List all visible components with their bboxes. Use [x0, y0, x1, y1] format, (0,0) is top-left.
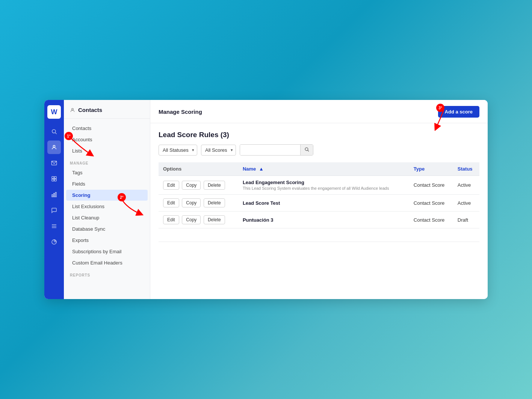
row1-edit-button[interactable]: Edit: [163, 181, 179, 190]
app-container: W: [44, 100, 488, 299]
sidebar-item-exports[interactable]: Exports: [66, 235, 148, 246]
page-title: Manage Scoring: [159, 109, 202, 115]
scores-filter-wrapper: All Scores: [201, 145, 236, 156]
status-filter[interactable]: All Statuses: [159, 145, 197, 156]
row3-copy-button[interactable]: Copy: [182, 215, 201, 224]
sidebar: Contacts Contacts Accounts Lists MANAGE …: [64, 100, 150, 299]
nav-charts-icon[interactable]: [47, 188, 61, 201]
col-status: Status: [453, 162, 479, 176]
sidebar-item-lists[interactable]: Lists: [66, 145, 148, 156]
sidebar-item-database-sync[interactable]: Database Sync: [66, 224, 148, 234]
empty-row: [159, 228, 479, 242]
nav-pages-icon[interactable]: [47, 219, 61, 233]
row3-actions: Edit Copy Delete: [159, 212, 238, 228]
main-content: Manage Scoring Add a score Lead Score Ru…: [150, 100, 488, 299]
col-name: Name ▲: [238, 162, 409, 176]
row1-actions: Edit Copy Delete: [159, 176, 238, 195]
row2-type: Contact Score: [409, 195, 453, 212]
row2-name-cell: Lead Score Test: [238, 195, 409, 212]
row2-actions: Edit Copy Delete: [159, 195, 238, 212]
nav-search-icon[interactable]: [47, 125, 61, 138]
row1-copy-button[interactable]: Copy: [182, 181, 201, 190]
row1-desc: This Lead Scoring System evaluates the e…: [243, 186, 405, 190]
section-title: Lead Score Rules (3): [159, 131, 479, 139]
status-filter-wrapper: All Statuses: [159, 145, 197, 156]
filter-row: All Statuses All Scores: [159, 144, 479, 156]
nav-messages-icon[interactable]: [47, 204, 61, 217]
svg-point-16: [305, 148, 308, 151]
score-table: Options Name ▲ Type Status Edit: [159, 162, 479, 242]
svg-rect-5: [54, 177, 56, 178]
nav-segments-icon[interactable]: [47, 172, 61, 186]
sidebar-item-subscriptions-by-email[interactable]: Subscriptions by Email: [66, 246, 148, 257]
reports-section-label: REPORTS: [64, 269, 150, 279]
row3-edit-button[interactable]: Edit: [163, 215, 179, 224]
row2-copy-button[interactable]: Copy: [182, 198, 201, 207]
table-row: Edit Copy Delete Lead Score Test Contact…: [159, 195, 479, 212]
row3-type: Contact Score: [409, 212, 453, 228]
col-options: Options: [159, 162, 238, 176]
sidebar-nav: Contacts Accounts Lists MANAGE Tags Fiel…: [64, 119, 150, 283]
sidebar-contacts-icon: [70, 107, 75, 113]
row2-edit-button[interactable]: Edit: [163, 198, 179, 207]
row1-status: Active: [453, 176, 479, 195]
sidebar-header: Contacts: [64, 100, 150, 119]
svg-rect-8: [52, 195, 53, 197]
svg-line-1: [55, 133, 57, 134]
svg-rect-6: [52, 179, 54, 181]
row3-status: Draft: [453, 212, 479, 228]
sidebar-title: Contacts: [78, 107, 102, 113]
nav-contacts-icon[interactable]: [47, 141, 61, 154]
row3-delete-button[interactable]: Delete: [204, 215, 225, 224]
svg-rect-9: [54, 193, 55, 197]
sidebar-item-list-cleanup[interactable]: List Cleanup: [66, 212, 148, 223]
add-score-button[interactable]: Add a score: [438, 106, 479, 118]
sidebar-item-custom-email-headers[interactable]: Custom Email Headers: [66, 257, 148, 268]
svg-line-17: [308, 150, 309, 151]
main-header: Manage Scoring Add a score: [150, 100, 488, 123]
sidebar-item-contacts[interactable]: Contacts: [66, 123, 148, 134]
svg-point-0: [52, 130, 56, 133]
row1-name: Lead Engagement Scoring: [243, 180, 405, 185]
row2-name: Lead Score Test: [243, 200, 405, 206]
table-row: Edit Copy Delete Lead Engagement Scoring…: [159, 176, 479, 195]
row3-name: Puntuación 3: [243, 217, 405, 223]
row2-delete-button[interactable]: Delete: [204, 198, 225, 207]
row3-name-cell: Puntuación 3: [238, 212, 409, 228]
scores-filter[interactable]: All Scores: [201, 145, 236, 156]
svg-point-2: [53, 145, 55, 147]
sidebar-item-fields[interactable]: Fields: [66, 178, 148, 189]
row1-type: Contact Score: [409, 176, 453, 195]
manage-section-label: MANAGE: [64, 157, 150, 167]
row2-status: Active: [453, 195, 479, 212]
sidebar-item-accounts[interactable]: Accounts: [66, 134, 148, 145]
row1-name-cell: Lead Engagement Scoring This Lead Scorin…: [238, 176, 409, 195]
nav-reports-icon[interactable]: [47, 235, 61, 249]
svg-rect-4: [52, 177, 54, 178]
search-button[interactable]: [300, 145, 313, 155]
svg-rect-7: [54, 179, 56, 181]
sidebar-item-scoring[interactable]: Scoring: [66, 190, 148, 201]
nav-email-icon[interactable]: [47, 156, 61, 170]
main-body: Lead Score Rules (3) All Statuses All Sc…: [150, 123, 488, 299]
svg-rect-10: [55, 192, 56, 197]
search-wrapper: [240, 144, 313, 156]
sidebar-item-list-exclusions[interactable]: List Exclusions: [66, 201, 148, 212]
row1-delete-button[interactable]: Delete: [204, 181, 225, 190]
search-input[interactable]: [240, 145, 300, 155]
app-logo[interactable]: W: [47, 105, 61, 119]
icon-rail: W: [44, 100, 64, 299]
table-row: Edit Copy Delete Puntuación 3 Contact Sc…: [159, 212, 479, 228]
sidebar-item-tags[interactable]: Tags: [66, 167, 148, 178]
svg-point-15: [72, 108, 74, 110]
col-type: Type: [409, 162, 453, 176]
